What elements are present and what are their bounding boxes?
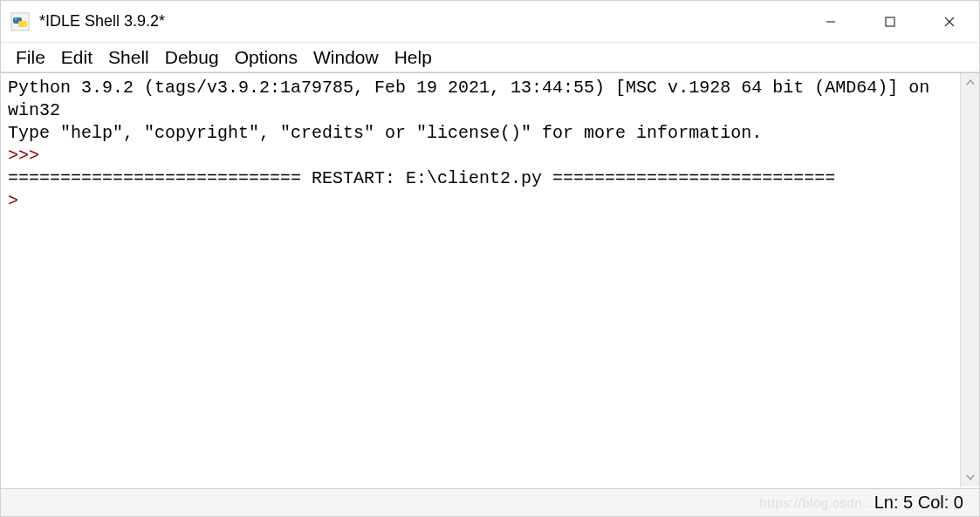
shell-area: Python 3.9.2 (tags/v3.9.2:1a79785, Feb 1…	[1, 72, 979, 486]
watermark-text: https://blog.csdn...	[759, 495, 874, 510]
menu-options[interactable]: Options	[227, 45, 305, 70]
maximize-button[interactable]	[860, 1, 920, 42]
window-controls	[801, 1, 979, 42]
titlebar: *IDLE Shell 3.9.2*	[1, 1, 979, 43]
banner-line-1: Python 3.9.2 (tags/v3.9.2:1a79785, Feb 1…	[8, 78, 940, 120]
banner-line-2: Type "help", "copyright", "credits" or "…	[8, 123, 762, 143]
svg-point-2	[24, 24, 25, 26]
shell-text[interactable]: Python 3.9.2 (tags/v3.9.2:1a79785, Feb 1…	[1, 73, 960, 486]
menu-window[interactable]: Window	[305, 45, 387, 70]
python-idle-icon	[10, 11, 31, 32]
statusbar: https://blog.csdn... Ln: 5 Col: 0	[1, 486, 979, 516]
prompt-primary: >>>	[8, 146, 50, 166]
menubar: File Edit Shell Debug Options Window Hel…	[1, 43, 979, 72]
window-title: *IDLE Shell 3.9.2*	[39, 12, 801, 31]
minimize-button[interactable]	[801, 1, 860, 42]
svg-point-1	[15, 18, 17, 20]
svg-rect-4	[886, 17, 894, 26]
close-button[interactable]	[920, 1, 979, 42]
cursor-position: Ln: 5 Col: 0	[874, 493, 963, 513]
menu-file[interactable]: File	[8, 45, 53, 70]
menu-help[interactable]: Help	[387, 45, 440, 70]
menu-shell[interactable]: Shell	[100, 45, 157, 70]
scroll-up-icon[interactable]	[961, 73, 979, 92]
menu-edit[interactable]: Edit	[53, 45, 100, 70]
menu-debug[interactable]: Debug	[157, 45, 227, 70]
scroll-down-icon[interactable]	[961, 467, 979, 486]
scrollbar-vertical[interactable]	[960, 73, 979, 486]
prompt-continuation: >	[8, 191, 18, 211]
restart-line: ============================ RESTART: E:…	[8, 168, 835, 188]
